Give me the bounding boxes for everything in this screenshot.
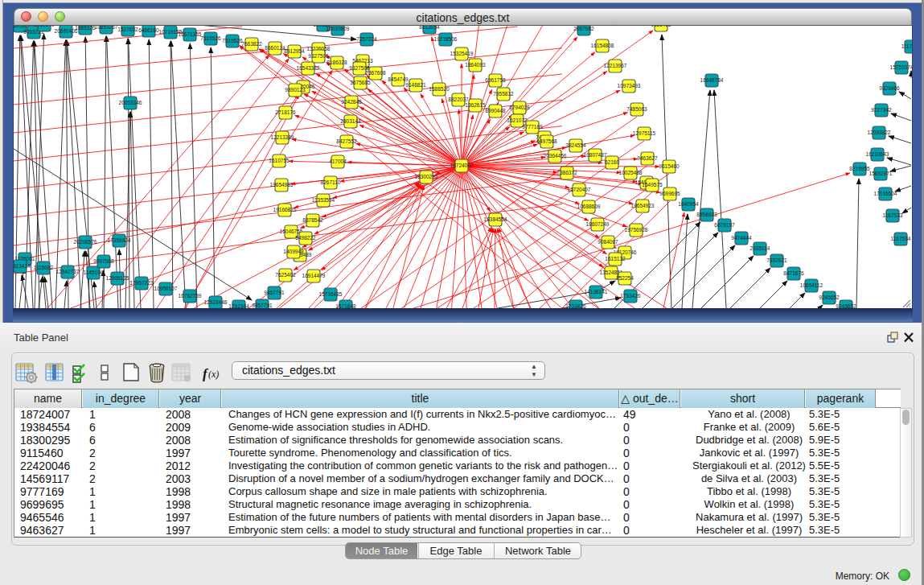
svg-text:17016504: 17016504 <box>874 191 897 196</box>
svg-text:16543382: 16543382 <box>297 65 320 71</box>
svg-text:9245652: 9245652 <box>819 295 840 300</box>
svg-text:8912954: 8912954 <box>284 48 305 54</box>
svg-text:7632621: 7632621 <box>766 257 787 263</box>
svg-text:9615460: 9615460 <box>659 163 680 169</box>
svg-text:10807487: 10807487 <box>584 152 607 158</box>
svg-text:19166825: 19166825 <box>273 207 297 212</box>
svg-text:16671355: 16671355 <box>179 31 202 37</box>
svg-text:15692971: 15692971 <box>869 171 893 176</box>
svg-text:2803144: 2803144 <box>340 118 361 124</box>
svg-text:9329966: 9329966 <box>879 85 900 91</box>
svg-text:3675685: 3675685 <box>350 80 371 85</box>
svg-text:20206576: 20206576 <box>74 239 97 245</box>
svg-text:18724007: 18724007 <box>450 163 474 168</box>
svg-text:1085326: 1085326 <box>75 26 96 31</box>
svg-text:16648784: 16648784 <box>700 77 724 83</box>
svg-text:7515526: 7515526 <box>200 35 221 41</box>
svg-text:6794028: 6794028 <box>509 105 530 110</box>
svg-text:1115682: 1115682 <box>34 265 54 270</box>
svg-text:9084067: 9084067 <box>598 239 618 245</box>
svg-text:12905135: 12905135 <box>106 275 129 281</box>
svg-text:9463627: 9463627 <box>637 155 658 161</box>
svg-text:1167533: 1167533 <box>883 212 903 218</box>
svg-text:1362615: 1362615 <box>465 102 486 108</box>
svg-text:10853267: 10853267 <box>95 26 118 30</box>
svg-text:19384554: 19384554 <box>484 216 507 222</box>
svg-text:6497568: 6497568 <box>536 138 557 144</box>
svg-text:19654923: 19654923 <box>631 203 655 208</box>
svg-text:1409948: 1409948 <box>283 249 304 254</box>
svg-text:17359924: 17359924 <box>108 237 131 243</box>
svg-text:20053346: 20053346 <box>119 100 142 105</box>
svg-text:11353594: 11353594 <box>312 197 335 203</box>
svg-text:10688609: 10688609 <box>577 204 601 209</box>
svg-text:8427552: 8427552 <box>336 138 357 144</box>
svg-text:1145194: 1145194 <box>84 270 104 275</box>
svg-text:9227342: 9227342 <box>871 107 892 113</box>
svg-text:12923448: 12923448 <box>204 299 228 305</box>
svg-text:2935114: 2935114 <box>750 245 770 251</box>
svg-text:19218506: 19218506 <box>434 36 458 42</box>
svg-text:18300295: 18300295 <box>415 174 438 179</box>
svg-text:(x): (x) <box>208 369 219 380</box>
svg-text:7515526: 7515526 <box>222 38 243 43</box>
svg-text:19654983: 19654983 <box>270 182 294 187</box>
svg-text:2087682: 2087682 <box>573 26 594 31</box>
svg-text:12942737: 12942737 <box>56 269 80 274</box>
svg-text:8454749: 8454749 <box>388 76 409 82</box>
svg-text:16033809: 16033809 <box>326 26 350 31</box>
svg-text:3913414: 3913414 <box>14 263 31 269</box>
svg-text:18807249: 18807249 <box>586 221 610 227</box>
svg-text:1640954: 1640954 <box>678 201 699 207</box>
svg-text:8822037: 8822037 <box>448 97 469 102</box>
svg-text:12213389: 12213389 <box>271 134 294 140</box>
svg-text:10654112: 10654112 <box>800 282 823 288</box>
svg-text:9457791: 9457791 <box>252 303 273 308</box>
svg-text:16914479: 16914479 <box>302 273 326 278</box>
svg-text:16782759: 16782759 <box>179 293 202 299</box>
svg-text:19756928: 19756928 <box>625 227 648 233</box>
svg-text:9997568: 9997568 <box>93 258 114 264</box>
svg-text:8186328: 8186328 <box>326 60 347 65</box>
svg-text:9146821: 9146821 <box>405 82 426 88</box>
svg-text:9457791: 9457791 <box>264 290 285 295</box>
svg-text:16210643: 16210643 <box>866 151 889 157</box>
svg-text:7955812: 7955812 <box>493 91 514 97</box>
svg-text:12093822: 12093822 <box>868 130 891 135</box>
svg-text:10958107: 10958107 <box>154 286 178 291</box>
svg-text:1610755: 1610755 <box>269 158 290 163</box>
svg-text:12975115: 12975115 <box>633 130 656 136</box>
svg-text:2718176: 2718176 <box>275 109 296 115</box>
svg-text:1117353: 1117353 <box>901 43 912 49</box>
svg-text:8471676: 8471676 <box>783 270 804 276</box>
svg-text:1864093: 1864093 <box>465 62 486 68</box>
svg-text:6466160: 6466160 <box>138 27 159 33</box>
svg-text:15325419: 15325419 <box>450 51 474 56</box>
svg-text:1588520: 1588520 <box>429 86 450 92</box>
svg-text:7663822: 7663822 <box>241 41 262 47</box>
svg-text:14136141: 14136141 <box>585 289 608 295</box>
svg-text:9777169: 9777169 <box>522 124 543 130</box>
svg-text:10973493: 10973493 <box>618 83 641 89</box>
svg-text:9699695: 9699695 <box>659 191 680 196</box>
svg-text:15751074: 15751074 <box>890 64 912 70</box>
svg-text:9474444: 9474444 <box>731 235 752 241</box>
svg-text:3824554: 3824554 <box>565 142 586 148</box>
svg-text:1549575: 1549575 <box>642 182 663 187</box>
svg-text:9890123: 9890123 <box>285 87 306 93</box>
svg-text:7485063: 7485063 <box>626 106 647 112</box>
svg-text:6879197: 6879197 <box>714 222 735 228</box>
svg-text:12213967: 12213967 <box>604 63 627 68</box>
svg-text:252254: 252254 <box>616 275 634 281</box>
svg-text:1733426: 1733426 <box>620 293 641 299</box>
svg-text:8958923: 8958923 <box>696 212 717 217</box>
svg-text:2367608: 2367608 <box>365 70 386 76</box>
svg-text:7386372: 7386372 <box>556 170 577 175</box>
svg-text:7357224: 7357224 <box>356 36 377 42</box>
svg-text:16154808: 16154808 <box>591 43 614 48</box>
svg-text:8267110: 8267110 <box>321 179 341 185</box>
svg-text:1167534: 1167534 <box>891 236 911 241</box>
svg-text:6961758: 6961758 <box>485 77 506 83</box>
svg-text:8813054: 8813054 <box>419 26 440 30</box>
svg-text:10025488: 10025488 <box>619 170 643 175</box>
